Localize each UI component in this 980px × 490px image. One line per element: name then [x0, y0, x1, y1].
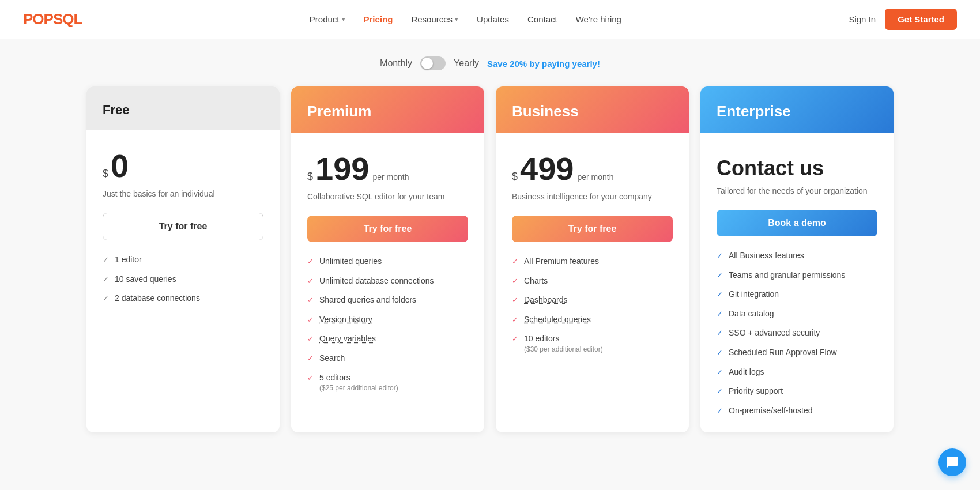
chevron-down-icon: ▾	[342, 16, 345, 23]
get-started-button[interactable]: Get Started	[885, 9, 957, 30]
plan-name-free: Free	[103, 103, 263, 118]
price-row-free: $ 0	[103, 150, 263, 182]
card-header-premium: Premium	[291, 86, 484, 133]
feature-item: ✓ Scheduled queries	[512, 314, 673, 326]
check-icon: ✓	[717, 386, 723, 397]
check-icon: ✓	[307, 315, 314, 325]
check-icon: ✓	[307, 295, 314, 306]
price-amount-business: 499	[520, 153, 574, 185]
feature-item: ✓ Unlimited queries	[307, 256, 468, 267]
feature-list-premium: ✓ Unlimited queries ✓ Unlimited database…	[307, 256, 468, 393]
check-icon: ✓	[307, 276, 314, 287]
feature-item: ✓ Version history	[307, 314, 468, 326]
cta-button-business[interactable]: Try for free	[512, 216, 673, 242]
check-icon: ✓	[717, 270, 723, 281]
nav-updates[interactable]: Updates	[477, 14, 509, 24]
logo-text: POPSQL	[23, 10, 82, 28]
price-period-premium: per month	[372, 172, 409, 182]
feature-item: ✓ All Business features	[717, 250, 877, 262]
feature-item: ✓ Charts	[512, 276, 673, 287]
check-icon: ✓	[717, 309, 723, 319]
feature-list-business: ✓ All Premium features ✓ Charts ✓ Dashbo…	[512, 256, 673, 355]
feature-item: ✓ Scheduled Run Approval Flow	[717, 347, 877, 359]
price-desc-enterprise: Tailored for the needs of your organizat…	[717, 185, 877, 197]
cta-button-premium[interactable]: Try for free	[307, 216, 468, 242]
card-header-business: Business	[496, 86, 689, 133]
plan-card-business: Business $ 499 per month Business intell…	[496, 86, 689, 432]
nav-hiring[interactable]: We're hiring	[576, 14, 621, 24]
navbar: POPSQL Product ▾ Pricing Resources ▾ Upd…	[0, 0, 980, 39]
feature-item: ✓ Shared queries and folders	[307, 295, 468, 306]
nav-product[interactable]: Product ▾	[310, 14, 345, 24]
price-contact: Contact us	[717, 156, 877, 180]
price-desc-premium: Collaborative SQL editor for your team	[307, 191, 468, 203]
chevron-down-icon: ▾	[455, 16, 458, 23]
check-icon: ✓	[103, 274, 109, 285]
logo[interactable]: POPSQL	[23, 10, 82, 28]
save-text: Save 20% by paying yearly!	[487, 59, 600, 69]
chat-icon	[945, 455, 959, 467]
price-period-business: per month	[577, 172, 613, 182]
price-desc-business: Business intelligence for your company	[512, 191, 673, 203]
check-icon: ✓	[103, 255, 109, 265]
currency-free: $	[103, 168, 108, 180]
price-amount-premium: 199	[315, 153, 369, 185]
check-icon: ✓	[512, 315, 518, 325]
card-body-free: $ 0 Just the basics for an individual Tr…	[86, 130, 280, 432]
feature-list-free: ✓ 1 editor ✓ 10 saved queries ✓ 2 databa…	[103, 254, 263, 304]
card-body-business: $ 499 per month Business intelligence fo…	[496, 133, 689, 432]
plan-card-free: Free $ 0 Just the basics for an individu…	[86, 86, 280, 432]
feature-item: ✓ SSO + advanced security	[717, 327, 877, 339]
feature-item: ✓ 1 editor	[103, 254, 263, 266]
check-icon: ✓	[512, 334, 518, 344]
card-header-free: Free	[86, 86, 280, 130]
cta-button-enterprise[interactable]: Book a demo	[717, 210, 877, 236]
check-icon: ✓	[717, 348, 723, 358]
nav-right: Sign In Get Started	[849, 9, 957, 30]
check-icon: ✓	[512, 295, 518, 306]
feature-list-enterprise: ✓ All Business features ✓ Teams and gran…	[717, 250, 877, 416]
feature-item: ✓ Unlimited database connections	[307, 276, 468, 287]
feature-item: ✓ All Premium features	[512, 256, 673, 267]
card-header-enterprise: Enterprise	[700, 86, 894, 133]
check-icon: ✓	[103, 293, 109, 304]
feature-item: ✓ 2 database connections	[103, 293, 263, 304]
price-desc-free: Just the basics for an individual	[103, 188, 263, 200]
check-icon: ✓	[717, 367, 723, 378]
card-body-enterprise: Contact us Tailored for the needs of you…	[700, 133, 894, 432]
feature-item: ✓ 10 editors ($30 per additional editor)	[512, 333, 673, 354]
nav-resources[interactable]: Resources ▾	[411, 14, 458, 24]
price-row-business: $ 499 per month	[512, 153, 673, 185]
currency-premium: $	[307, 171, 313, 183]
feature-item: ✓ Priority support	[717, 386, 877, 397]
billing-toggle-switch[interactable]	[420, 56, 446, 70]
monthly-label: Monthly	[380, 58, 412, 69]
card-body-premium: $ 199 per month Collaborative SQL editor…	[291, 133, 484, 432]
plan-name-premium: Premium	[307, 103, 468, 120]
feature-item: ✓ Dashboards	[512, 295, 673, 306]
nav-links: Product ▾ Pricing Resources ▾ Updates Co…	[310, 14, 621, 24]
toggle-knob	[421, 58, 433, 69]
check-icon: ✓	[307, 353, 314, 364]
feature-item: ✓ Search	[307, 353, 468, 364]
price-amount-free: 0	[111, 150, 129, 182]
sign-in-link[interactable]: Sign In	[849, 14, 876, 24]
plan-card-premium: Premium $ 199 per month Collaborative SQ…	[291, 86, 484, 432]
feature-item: ✓ Git integration	[717, 289, 877, 300]
cta-button-free[interactable]: Try for free	[103, 213, 263, 240]
check-icon: ✓	[717, 328, 723, 338]
check-icon: ✓	[512, 276, 518, 287]
feature-item: ✓ Data catalog	[717, 308, 877, 320]
feature-item: ✓ Query variables	[307, 333, 468, 345]
price-row-premium: $ 199 per month	[307, 153, 468, 185]
check-icon: ✓	[307, 257, 314, 267]
plan-name-business: Business	[512, 103, 673, 120]
check-icon: ✓	[307, 373, 314, 383]
nav-contact[interactable]: Contact	[527, 14, 557, 24]
check-icon: ✓	[717, 251, 723, 261]
nav-pricing[interactable]: Pricing	[364, 14, 393, 24]
main-content: Monthly Yearly Save 20% by paying yearly…	[0, 39, 980, 467]
billing-toggle: Monthly Yearly Save 20% by paying yearly…	[23, 56, 957, 70]
check-icon: ✓	[512, 257, 518, 267]
feature-item: ✓ 10 saved queries	[103, 274, 263, 285]
